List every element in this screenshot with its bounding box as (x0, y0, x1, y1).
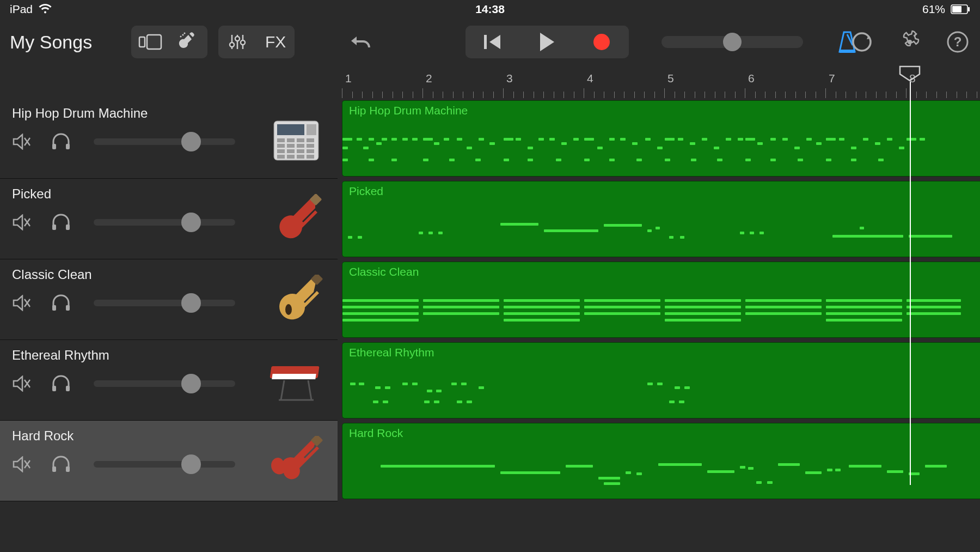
mute-button[interactable] (12, 454, 32, 474)
midi-region[interactable]: Hard Rock (342, 423, 980, 499)
svg-line-62 (281, 380, 284, 400)
midi-region[interactable]: Hip Hop Drum Machine (342, 100, 980, 177)
hollow-guitar-icon[interactable] (269, 275, 323, 329)
play-button[interactable] (520, 26, 574, 58)
midi-region[interactable]: Classic Clean (342, 262, 980, 338)
svg-rect-32 (307, 138, 314, 142)
midi-region[interactable]: Picked (342, 181, 980, 257)
volume-slider[interactable] (94, 300, 235, 306)
volume-slider[interactable] (94, 219, 235, 226)
midi-note (657, 383, 663, 385)
headphones-button[interactable] (51, 293, 71, 313)
page-title[interactable]: My Songs (10, 32, 92, 53)
midi-note (906, 306, 961, 308)
midi-region[interactable]: Ethereal Rhythm (342, 342, 980, 418)
midi-note (376, 142, 382, 145)
track-view-button[interactable] (131, 26, 169, 58)
loop-button[interactable] (849, 29, 874, 54)
midi-note (500, 223, 538, 226)
region-label: Hard Rock (349, 427, 403, 440)
headphones-button[interactable] (51, 132, 71, 151)
mute-button[interactable] (12, 213, 32, 232)
midi-note (342, 312, 419, 315)
svg-rect-59 (66, 386, 70, 391)
midi-note (428, 232, 433, 234)
track-row[interactable]: Hard Rock (0, 421, 338, 501)
view-controls (131, 26, 207, 58)
track-row[interactable]: Classic Clean (0, 259, 338, 340)
midi-note (626, 471, 631, 474)
svg-rect-42 (287, 155, 295, 159)
midi-note (684, 386, 690, 389)
mute-button[interactable] (12, 374, 32, 393)
svg-text:?: ? (954, 34, 962, 49)
slider-thumb[interactable] (723, 33, 742, 51)
instrument-button[interactable] (169, 26, 207, 58)
midi-note (363, 147, 369, 149)
midi-note (738, 138, 743, 141)
mixer-button[interactable] (218, 26, 256, 58)
drum-machine-icon[interactable] (269, 113, 323, 168)
midi-note (647, 229, 652, 232)
midi-note (358, 236, 362, 239)
midi-note (645, 138, 651, 141)
midi-note (434, 401, 439, 403)
midi-note (604, 224, 642, 227)
midi-note (835, 469, 841, 471)
midi-note (544, 229, 598, 232)
midi-note (798, 159, 803, 161)
battery-icon (951, 4, 970, 14)
svg-rect-31 (297, 138, 304, 142)
midi-note (759, 232, 764, 234)
midi-note (658, 463, 702, 466)
playhead-marker[interactable] (899, 65, 921, 82)
mute-button[interactable] (12, 293, 32, 313)
track-row[interactable]: Ethereal Rhythm (0, 340, 338, 421)
volume-slider[interactable] (94, 461, 235, 468)
master-volume-slider[interactable] (661, 36, 803, 48)
midi-note (391, 159, 397, 161)
headphones-button[interactable] (51, 454, 71, 474)
midi-note (849, 465, 881, 468)
svg-rect-30 (287, 138, 295, 142)
midi-note (342, 159, 348, 161)
midi-note (402, 138, 408, 141)
midi-note (342, 147, 348, 149)
track-row[interactable]: Hip Hop Drum Machine (0, 98, 338, 179)
midi-note (609, 138, 615, 141)
bass-guitar-icon[interactable] (269, 194, 323, 248)
keyboard-icon[interactable] (269, 355, 323, 410)
headphones-button[interactable] (51, 374, 71, 393)
midi-note (906, 138, 916, 141)
ruler-bar-1: 1 (345, 72, 352, 85)
mute-button[interactable] (12, 132, 32, 151)
svg-rect-25 (66, 144, 70, 149)
svg-rect-61 (272, 374, 316, 379)
volume-slider[interactable] (94, 380, 235, 387)
midi-note (369, 138, 374, 141)
timeline-ruler[interactable]: 12345678 (342, 65, 980, 98)
electric-guitar-icon[interactable] (269, 436, 323, 490)
volume-slider[interactable] (94, 138, 235, 145)
midi-note (826, 138, 836, 141)
midi-note (745, 306, 822, 308)
midi-note (767, 481, 773, 484)
midi-note (740, 466, 745, 469)
midi-note (680, 236, 684, 239)
rewind-button[interactable] (465, 26, 520, 58)
midi-note (500, 471, 560, 474)
undo-button[interactable] (339, 26, 383, 58)
settings-button[interactable] (897, 29, 922, 54)
fx-button[interactable]: FX (256, 26, 295, 58)
svg-point-9 (230, 43, 234, 47)
midi-note (909, 235, 952, 238)
midi-note (906, 299, 961, 302)
help-button[interactable]: ? (945, 29, 970, 54)
track-row[interactable]: Picked (0, 179, 338, 259)
record-button[interactable] (574, 26, 629, 58)
region-label: Hip Hop Drum Machine (349, 104, 468, 117)
svg-rect-52 (52, 305, 56, 311)
headphones-button[interactable] (51, 213, 71, 232)
midi-note (920, 138, 925, 141)
midi-note (528, 147, 533, 149)
